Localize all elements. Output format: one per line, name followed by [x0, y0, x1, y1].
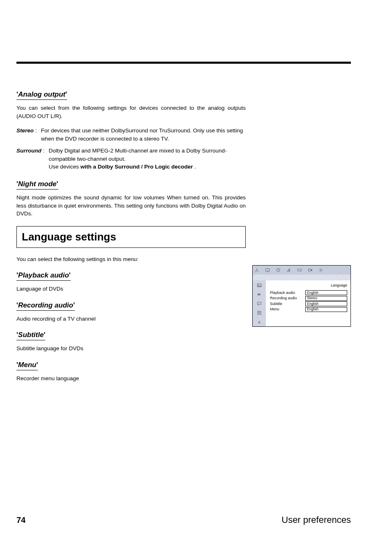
svg-point-6 — [258, 284, 259, 285]
page-number: 74 — [16, 515, 25, 525]
heading-night-mode-text: Night mode — [18, 180, 57, 188]
heading-playback-audio-text: Playback audio — [18, 271, 69, 279]
osd-figure: Language Playback audioEnglishRecording … — [252, 265, 351, 327]
heading-playback-audio: 'Playback audio' — [16, 271, 71, 281]
def-surround: Surround : Dolby Digital and MPEG-2 Mult… — [16, 147, 246, 171]
section-subtitle: 'Subtitle' Subtitle language for DVDs — [16, 331, 351, 353]
osd-row-label: Subtitle — [270, 301, 305, 307]
osd-main-panel: Language Playback audioEnglishRecording … — [266, 280, 350, 326]
arrow-down-icon — [256, 320, 262, 325]
gear-icon — [318, 268, 323, 273]
para-language-intro: You can select the following settings in… — [16, 255, 246, 263]
osd-row: MenuEnglish — [270, 307, 347, 312]
card-icon — [297, 268, 302, 273]
heading-subtitle: 'Subtitle' — [16, 331, 45, 340]
osd-panel-title: Language — [270, 283, 347, 289]
heading-night-mode: 'Night mode' — [16, 180, 58, 189]
osd-row: Recording audioStereo — [270, 296, 347, 301]
footer: 74 User preferences — [16, 515, 351, 525]
osd-row-label: Playback audio — [270, 290, 305, 296]
clock-icon — [276, 268, 281, 273]
page: 'Analog output' You can select from the … — [0, 0, 392, 550]
svg-rect-0 — [266, 269, 270, 271]
box-language-settings: Language settings — [16, 226, 246, 248]
antenna-icon — [254, 268, 259, 273]
picture-icon — [256, 283, 262, 288]
signal-icon — [286, 268, 291, 273]
osd-row-value: English — [305, 301, 347, 306]
heading-subtitle-text: Subtitle — [18, 331, 44, 339]
osd-body: Language Playback audioEnglishRecording … — [253, 280, 350, 326]
def-stereo: Stereo : For devices that use neither Do… — [16, 127, 246, 143]
top-rule — [16, 62, 351, 64]
osd-row-value: English — [305, 290, 347, 295]
tv-icon — [265, 268, 270, 273]
osd-sidebar — [253, 280, 266, 326]
osd-row: SubtitleEnglish — [270, 301, 347, 307]
def-desc-surround: Dolby Digital and MPEG-2 Multi-channel a… — [49, 147, 246, 171]
osd-row-label: Menu — [270, 307, 305, 312]
osd-row-value: English — [305, 307, 347, 312]
section-night-mode: 'Night mode' Night mode optimizes the so… — [16, 180, 351, 218]
osd-row: Playback audioEnglish — [270, 290, 347, 296]
desc-menu: Recorder menu language — [16, 374, 351, 383]
section-menu: 'Menu' Recorder menu language — [16, 361, 351, 383]
features-icon — [256, 310, 262, 315]
osd-row-value: Stereo — [305, 296, 347, 301]
para-analog-output: You can select from the following settin… — [16, 104, 246, 120]
para-night-mode: Night mode optimizes the sound dynamic f… — [16, 194, 246, 218]
heading-menu: 'Menu' — [16, 361, 38, 370]
svg-point-4 — [321, 270, 322, 271]
heading-analog-output-text: Analog output — [18, 90, 65, 98]
def-term-surround: Surround — [16, 147, 43, 171]
def-term-stereo: Stereo — [16, 127, 35, 143]
speech-icon — [256, 301, 262, 306]
heading-recording-audio: 'Recording audio' — [16, 301, 75, 311]
footer-title: User preferences — [281, 515, 351, 525]
osd-strip — [253, 275, 350, 280]
heading-menu-text: Menu — [18, 361, 36, 369]
svg-rect-2 — [298, 269, 302, 271]
osd-row-label: Recording audio — [270, 296, 305, 301]
speaker-icon — [256, 292, 262, 297]
content-area: 'Analog output' You can select from the … — [16, 90, 351, 382]
section-analog-output: 'Analog output' You can select from the … — [16, 90, 351, 171]
box-title-language-settings: Language settings — [22, 231, 240, 243]
heading-recording-audio-text: Recording audio — [18, 301, 73, 309]
svg-rect-3 — [309, 269, 311, 271]
definition-list: Stereo : For devices that use neither Do… — [16, 127, 246, 171]
heading-analog-output: 'Analog output' — [16, 90, 67, 100]
osd-screen: Language Playback audioEnglishRecording … — [252, 265, 351, 327]
osd-top-tabs — [253, 266, 350, 275]
desc-subtitle: Subtitle language for DVDs — [16, 344, 351, 353]
def-desc-stereo: For devices that use neither DolbySurrou… — [41, 127, 246, 143]
video-icon — [308, 268, 313, 273]
